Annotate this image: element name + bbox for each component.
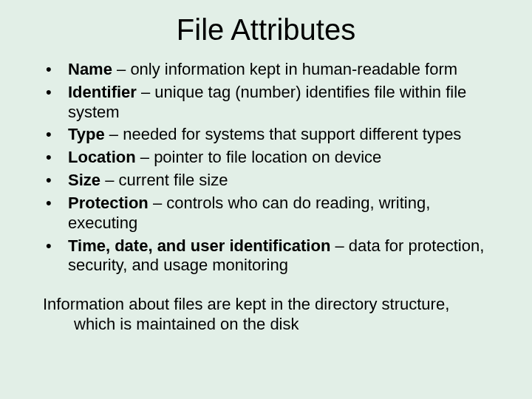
list-item: Type – needed for systems that support d… (43, 125, 495, 145)
bullet-desc: – pointer to file location on device (136, 148, 382, 166)
bullet-desc: – only information kept in human-readabl… (112, 60, 457, 78)
bullet-list: Name – only information kept in human-re… (37, 60, 495, 276)
footer-text-content: Information about files are kept in the … (43, 295, 495, 335)
slide-title: File Attributes (37, 13, 495, 47)
bullet-term: Type (68, 125, 105, 143)
list-item: Identifier – unique tag (number) identif… (43, 83, 495, 123)
bullet-desc: – needed for systems that support differ… (105, 125, 462, 143)
bullet-term: Identifier (68, 83, 137, 101)
list-item: Size – current file size (43, 171, 495, 191)
bullet-term: Protection (68, 194, 149, 212)
bullet-term: Time, date, and user identification (68, 236, 330, 255)
bullet-term: Location (68, 148, 136, 166)
list-item: Time, date, and user identification – da… (43, 236, 495, 276)
list-item: Location – pointer to file location on d… (43, 148, 495, 168)
bullet-desc: – current file size (100, 171, 228, 189)
list-item: Name – only information kept in human-re… (43, 60, 495, 80)
slide: File Attributes Name – only information … (0, 0, 532, 399)
footer-text: Information about files are kept in the … (37, 295, 495, 335)
bullet-term: Name (68, 60, 112, 78)
list-item: Protection – controls who can do reading… (43, 194, 495, 233)
bullet-term: Size (68, 171, 100, 189)
